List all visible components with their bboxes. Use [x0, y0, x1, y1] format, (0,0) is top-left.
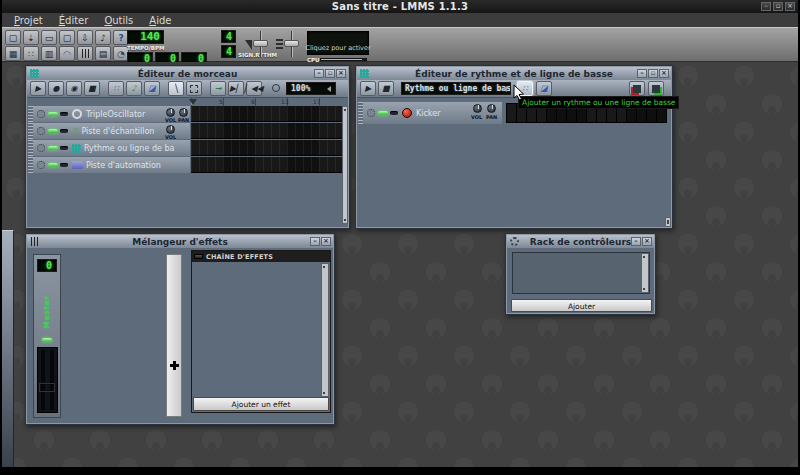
minimize-button[interactable] — [761, 2, 771, 11]
playhead-marker[interactable] — [189, 99, 197, 105]
effects-chain-scrollbar[interactable] — [321, 263, 329, 397]
bb-track-pan-knob[interactable] — [487, 104, 496, 113]
play-button[interactable]: ▶ — [30, 81, 46, 96]
track-pan-knob[interactable] — [179, 108, 188, 117]
menu-editer[interactable]: Éditer — [52, 15, 96, 26]
add-sample-track-button[interactable]: ♪ — [126, 81, 142, 96]
track-name[interactable]: Rythme ou ligne de ba — [84, 144, 174, 153]
export-project-button[interactable]: ⇩ — [77, 30, 93, 45]
bb-editor-close-button[interactable] — [659, 69, 669, 78]
zoom-arrow-icon[interactable] — [327, 86, 331, 92]
bb-editor-maximize-button[interactable] — [648, 69, 658, 78]
effects-chain-enable-checkbox[interactable] — [194, 254, 203, 259]
song-grid-row[interactable] — [191, 106, 344, 122]
song-timeline-ruler[interactable]: 5 9 13 17 — [191, 98, 344, 106]
track-gear-icon[interactable] — [367, 109, 375, 117]
remove-steps-button[interactable] — [629, 81, 645, 96]
draw-mode-button[interactable]: ╲ — [168, 81, 184, 96]
menu-outils[interactable]: Outils — [97, 15, 140, 26]
song-editor-close-button[interactable] — [336, 69, 346, 78]
menu-projet[interactable]: Projet — [7, 15, 50, 26]
add-bb-track-button[interactable]: ∷ — [108, 81, 124, 96]
close-button[interactable] — [785, 2, 795, 11]
track-volume-knob[interactable] — [166, 125, 175, 134]
stop-button[interactable]: ■ — [84, 81, 100, 96]
add-automation-track-button[interactable]: ◪ — [144, 81, 160, 96]
track-grip[interactable] — [28, 106, 33, 122]
bb-track-volume-knob[interactable] — [473, 104, 482, 113]
track-mute-led[interactable] — [48, 112, 58, 116]
song-editor-maximize-button[interactable] — [325, 69, 335, 78]
song-grid-row[interactable] — [191, 157, 344, 173]
signature-numerator-lcd[interactable]: 4 — [221, 30, 236, 43]
new-project-button[interactable]: ▢ — [5, 30, 21, 45]
song-grid-row[interactable] — [191, 140, 344, 156]
menu-aide[interactable]: Aide — [142, 15, 178, 26]
controller-add-button[interactable]: Ajouter — [511, 299, 652, 312]
master-volume-handle[interactable] — [253, 40, 268, 47]
track-gear-icon[interactable] — [37, 127, 45, 135]
master-pitch-handle[interactable] — [284, 40, 299, 47]
bb-editor-minimize-button[interactable] — [637, 69, 647, 78]
signature-denominator-lcd[interactable]: 4 — [221, 45, 236, 58]
track-solo-led[interactable] — [390, 111, 398, 115]
record-button[interactable]: ● — [48, 81, 64, 96]
add-steps-button[interactable] — [648, 81, 664, 96]
track-mute-led[interactable] — [48, 146, 58, 150]
bb-pattern-selector[interactable]: Rythme ou ligne de basse 0 — [401, 82, 511, 95]
fx-mixer-toggle-button[interactable] — [77, 46, 93, 61]
add-channel-plus-icon[interactable] — [170, 361, 179, 370]
automation-editor-button[interactable]: ◠ — [59, 46, 75, 61]
bb-editor-titlebar[interactable]: Éditeur de rythme et de ligne de basse — [357, 67, 671, 80]
midi-import-button[interactable]: ♪ — [95, 30, 111, 45]
controller-rack-titlebar[interactable]: Rack de contrôleurs — [507, 235, 654, 248]
master-volume-slider[interactable] — [260, 31, 262, 57]
main-title-bar[interactable]: Sans titre - LMMS 1.1.3 — [2, 0, 798, 13]
open-recent-button[interactable]: ▢ — [59, 30, 75, 45]
controller-list-scrollbar[interactable] — [641, 253, 649, 293]
track-grip[interactable] — [28, 140, 33, 156]
add-effect-button[interactable]: Ajouter un effet — [193, 397, 329, 411]
bb-stop-button[interactable]: ■ — [378, 81, 394, 96]
save-project-button[interactable]: ▭ — [41, 30, 57, 45]
song-editor-vertical-scrollbar[interactable] — [342, 106, 348, 224]
track-mute-led[interactable] — [48, 163, 58, 167]
record-play-button[interactable]: ◉ — [66, 81, 82, 96]
track-mute-led[interactable] — [378, 111, 388, 115]
master-channel-led[interactable] — [42, 338, 52, 342]
project-notes-button[interactable]: ▤ — [95, 46, 111, 61]
track-name[interactable]: Piste d'automation — [86, 161, 161, 170]
track-grip[interactable] — [358, 102, 363, 124]
master-fader-handle[interactable] — [39, 383, 55, 392]
track-grip[interactable] — [28, 123, 33, 139]
skip-end-button[interactable]: ▶▏ — [228, 81, 244, 96]
open-in-piano-roll-button[interactable]: ◪ — [536, 81, 552, 96]
track-name[interactable]: TripleOscillator — [86, 110, 145, 119]
track-name[interactable]: Piste d'échantillon — [81, 127, 154, 136]
controller-rack-minimize-button[interactable] — [631, 237, 641, 246]
master-fader[interactable] — [37, 347, 58, 413]
open-project-button[interactable]: ⇣ — [23, 30, 39, 45]
piano-roll-button[interactable]: ▥ — [41, 46, 57, 61]
track-solo-led[interactable] — [60, 163, 68, 167]
song-grid-row[interactable] — [191, 123, 344, 139]
maximize-button[interactable] — [773, 2, 783, 11]
song-editor-titlebar[interactable]: Éditeur de morceau — [27, 67, 348, 80]
song-editor-minimize-button[interactable] — [314, 69, 324, 78]
bb-play-button[interactable]: ▶ — [360, 81, 376, 96]
pattern-selector-arrow-icon[interactable] — [503, 86, 507, 92]
fx-mixer-close-button[interactable] — [321, 237, 331, 246]
track-solo-led[interactable] — [60, 112, 68, 116]
track-grip[interactable] — [28, 157, 33, 173]
edit-mode-button[interactable] — [186, 81, 202, 96]
master-channel-strip[interactable]: 0 Master — [33, 254, 61, 418]
track-volume-knob[interactable] — [166, 108, 175, 117]
master-pitch-slider[interactable] — [291, 31, 293, 57]
rewind-button[interactable]: ▏◀◀ — [246, 81, 262, 96]
song-editor-toggle-button[interactable]: ▦ — [5, 46, 21, 61]
tempo-lcd[interactable]: 140 — [127, 30, 164, 44]
controller-rack-close-button[interactable] — [642, 237, 652, 246]
jump-forward-button[interactable]: → — [210, 81, 226, 96]
fx-mixer-titlebar[interactable]: Mélangeur d'effets — [27, 235, 333, 248]
bb-editor-toggle-button[interactable]: ∷ — [23, 46, 39, 61]
